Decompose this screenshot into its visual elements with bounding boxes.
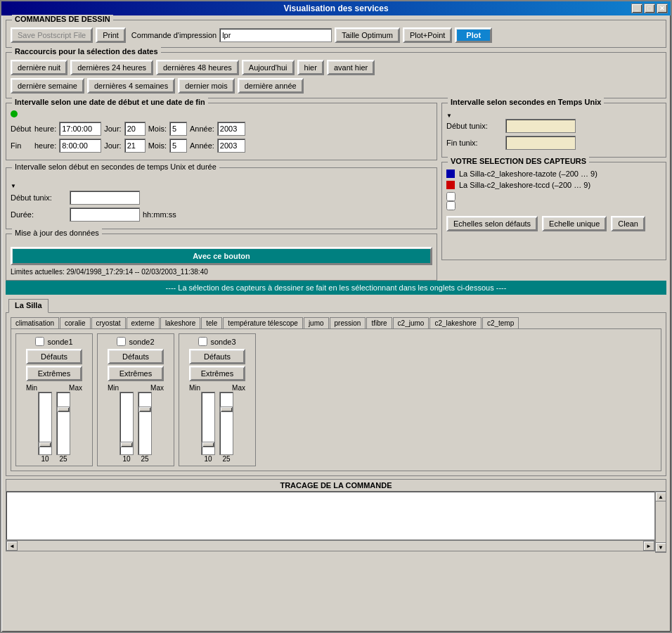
sonde2-min-handle[interactable] xyxy=(120,442,133,447)
sonde1-extremes-button[interactable]: Extrêmes xyxy=(26,366,82,381)
sensor2-color-indicator xyxy=(446,181,455,189)
sonde1-sliders: 10 25 xyxy=(38,392,70,463)
debut-mois-input[interactable] xyxy=(169,122,187,136)
scrollbar-right-arrow[interactable] xyxy=(643,541,654,551)
subtab-jumo[interactable]: jumo xyxy=(304,317,329,328)
tracage-vscrollbar[interactable] xyxy=(655,491,666,553)
subtab-c2-lakeshore[interactable]: c2_lakeshore xyxy=(429,317,481,328)
btn-aujourdhui[interactable]: Aujourd'hui xyxy=(242,60,295,75)
sonde3-min-track xyxy=(201,392,215,455)
commande-impression-label: Commande d'impression xyxy=(131,31,217,39)
fin-tunix-input[interactable] xyxy=(505,136,576,150)
sonde1-min-handle[interactable] xyxy=(39,442,51,447)
checkbox2[interactable] xyxy=(446,201,455,210)
jour-label1: Jour: xyxy=(104,124,121,133)
sonde1-max-value: 25 xyxy=(59,455,67,463)
fin-mois-input[interactable] xyxy=(169,139,187,153)
sonde3-defauts-button[interactable]: Défauts xyxy=(189,349,245,364)
sonde2-minmax-labels: Min Max xyxy=(108,384,164,392)
sonde1-title: sonde1 xyxy=(35,337,72,346)
btn-avant-hier[interactable]: avant hier xyxy=(327,60,375,75)
plot-button[interactable]: Plot xyxy=(455,27,492,43)
sonde2-max-handle[interactable] xyxy=(138,407,151,412)
taille-optimum-button[interactable]: Taille Optimum xyxy=(335,27,400,43)
main-content: COMMANDES DE DESSIN Save Postscript File… xyxy=(1,15,671,557)
debut-tunix2-input[interactable] xyxy=(505,119,576,133)
debut-tunix2-label: Début tunix: xyxy=(446,122,503,130)
sensor-row-2: La Silla-c2_lakeshore-tccd (–200 … 9) xyxy=(446,181,661,189)
sonde2-title: sonde2 xyxy=(117,337,154,346)
print-button[interactable]: Print xyxy=(96,27,126,43)
debut-jour-input[interactable] xyxy=(124,122,146,136)
sonde3-extremes-button[interactable]: Extrêmes xyxy=(189,366,245,381)
mise-a-jour-title: Mise à jour des données xyxy=(12,229,102,237)
btn-mois[interactable]: dernier mois xyxy=(178,78,235,94)
sensor-row-1: La Silla-c2_lakeshore-tazote (–200 … 9) xyxy=(446,170,661,178)
fin-heure-input[interactable] xyxy=(59,139,101,153)
sonde2-checkbox[interactable] xyxy=(117,337,126,346)
checkbox1[interactable] xyxy=(446,192,455,201)
sonde1-min-label: Min xyxy=(26,384,37,392)
minimize-button[interactable]: _ xyxy=(631,4,642,13)
hhmm-label: hh:mm:ss xyxy=(143,210,176,219)
debut-tunix-label: Début tunix: xyxy=(11,193,67,202)
debut-heure-input[interactable] xyxy=(59,122,101,136)
btn-24h[interactable]: dernières 24 heures xyxy=(70,60,153,75)
subtab-coralie[interactable]: coralie xyxy=(60,317,90,328)
echelles-defauts-button[interactable]: Echelles selon défauts xyxy=(446,216,538,231)
sonde3-max-handle[interactable] xyxy=(220,407,233,412)
sonde3-checkbox[interactable] xyxy=(198,337,207,346)
sonde1-checkbox[interactable] xyxy=(35,337,44,346)
maximize-button[interactable]: □ xyxy=(644,4,655,13)
save-postscript-button[interactable]: Save Postscript File xyxy=(11,27,93,43)
btn-48h[interactable]: dernières 48 heures xyxy=(156,60,239,75)
commande-input[interactable] xyxy=(219,28,332,42)
sonde3-min-label: Min xyxy=(189,384,200,392)
btn-derniere-nuit[interactable]: dernière nuit xyxy=(11,60,67,75)
fin-jour-input[interactable] xyxy=(124,139,146,153)
btn-4semaines[interactable]: dernières 4 semaines xyxy=(87,78,175,94)
scrollbar-left-arrow[interactable] xyxy=(6,541,18,551)
votre-selection-content: La Silla-c2_lakeshore-tazote (–200 … 9) … xyxy=(446,170,661,231)
subtab-pression[interactable]: pression xyxy=(330,317,366,328)
subtab-c2-temp[interactable]: c2_temp xyxy=(482,317,519,328)
commandes-content: Save Postscript File Print Commande d'im… xyxy=(11,27,661,43)
tab-la-silla[interactable]: La Silla xyxy=(8,299,49,313)
subtab-climatisation[interactable]: climatisation xyxy=(11,317,59,328)
sonde3-min-handle[interactable] xyxy=(202,442,214,447)
btn-hier[interactable]: hier xyxy=(297,60,324,75)
tracage-with-scrollbar xyxy=(6,491,666,553)
close-button[interactable]: ✕ xyxy=(657,4,668,13)
sonde1-max-handle[interactable] xyxy=(57,407,70,412)
scrollbar-down-arrow[interactable] xyxy=(655,542,666,552)
echelle-unique-button[interactable]: Echelle unique xyxy=(542,216,607,231)
debut-tunix-input[interactable] xyxy=(70,191,140,205)
sonde3-max-slider: 25 xyxy=(219,392,233,463)
annee-label1: Année: xyxy=(190,124,214,133)
sonde1-defauts-button[interactable]: Défauts xyxy=(26,349,82,364)
debut-annee-input[interactable] xyxy=(217,122,245,136)
fin-annee-input[interactable] xyxy=(217,139,245,153)
tracage-hscrollbar[interactable] xyxy=(6,540,655,551)
subtab-cryostat[interactable]: cryostat xyxy=(91,317,126,328)
subtab-tele[interactable]: tele xyxy=(201,317,222,328)
date-shortcuts-content: dernière nuit dernières 24 heures derniè… xyxy=(11,60,661,94)
subtab-tfibre[interactable]: tfibre xyxy=(366,317,392,328)
scrollbar-up-arrow[interactable] xyxy=(655,492,666,501)
sonde2-defauts-button[interactable]: Défauts xyxy=(108,349,164,364)
duree-input[interactable] xyxy=(70,207,140,222)
btn-semaine[interactable]: dernière semaine xyxy=(11,78,84,94)
plot-point-button[interactable]: Plot+Point xyxy=(403,27,452,43)
clean-button[interactable]: Clean xyxy=(611,216,645,231)
commandes-group: COMMANDES DE DESSIN Save Postscript File… xyxy=(6,20,666,48)
fin-tunix-row: Fin tunix: xyxy=(446,136,661,150)
jour-label2: Jour: xyxy=(104,141,121,150)
subtab-temperature[interactable]: température télescope xyxy=(223,317,303,328)
sonde2-extremes-button[interactable]: Extrêmes xyxy=(108,366,164,381)
btn-annee[interactable]: dernière année xyxy=(238,78,304,94)
subtab-externe[interactable]: externe xyxy=(127,317,160,328)
subtab-c2-jumo[interactable]: c2_jumo xyxy=(393,317,429,328)
avec-ce-bouton-button[interactable]: Avec ce bouton xyxy=(11,247,432,265)
tracage-title: TRACAGE DE LA COMMANDE xyxy=(6,479,666,491)
subtab-lakeshore[interactable]: lakeshore xyxy=(160,317,200,328)
